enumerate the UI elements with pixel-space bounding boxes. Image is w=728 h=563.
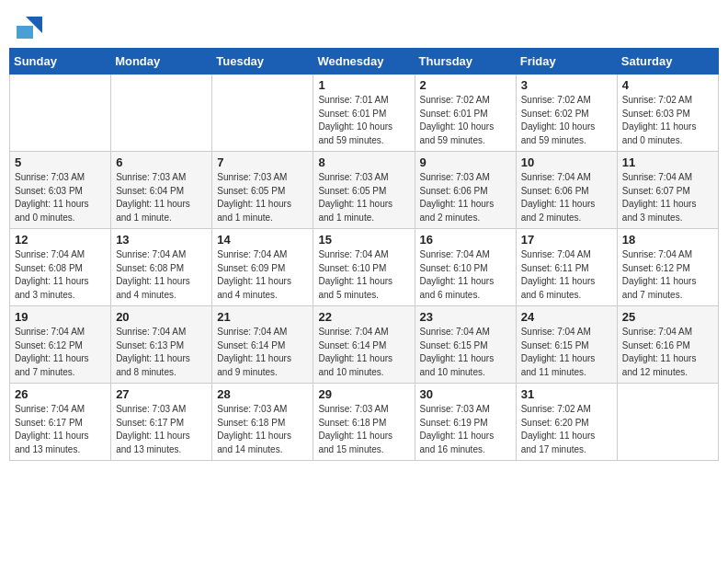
day-info: Sunrise: 7:03 AM Sunset: 6:06 PM Dayligh… <box>420 171 511 224</box>
calendar-cell: 23Sunrise: 7:04 AM Sunset: 6:15 PM Dayli… <box>415 306 516 384</box>
day-info: Sunrise: 7:04 AM Sunset: 6:12 PM Dayligh… <box>622 248 713 302</box>
calendar-cell: 16Sunrise: 7:04 AM Sunset: 6:10 PM Dayli… <box>415 229 516 306</box>
day-info: Sunrise: 7:04 AM Sunset: 6:12 PM Dayligh… <box>15 326 106 379</box>
calendar-cell: 12Sunrise: 7:04 AM Sunset: 6:08 PM Dayli… <box>10 229 111 306</box>
calendar-cell <box>212 75 313 152</box>
day-number: 23 <box>420 310 511 324</box>
calendar-week-row: 1Sunrise: 7:01 AM Sunset: 6:01 PM Daylig… <box>10 75 719 152</box>
calendar-cell: 8Sunrise: 7:03 AM Sunset: 6:05 PM Daylig… <box>313 152 415 229</box>
calendar-cell: 22Sunrise: 7:04 AM Sunset: 6:14 PM Dayli… <box>313 306 415 384</box>
day-number: 12 <box>15 233 106 247</box>
calendar-cell: 10Sunrise: 7:04 AM Sunset: 6:06 PM Dayli… <box>516 152 617 229</box>
logo-icon <box>17 13 42 39</box>
calendar-cell: 21Sunrise: 7:04 AM Sunset: 6:14 PM Dayli… <box>212 306 313 384</box>
day-info: Sunrise: 7:03 AM Sunset: 6:18 PM Dayligh… <box>217 403 308 456</box>
calendar-cell: 25Sunrise: 7:04 AM Sunset: 6:16 PM Dayli… <box>617 306 718 384</box>
day-info: Sunrise: 7:01 AM Sunset: 6:01 PM Dayligh… <box>318 94 409 147</box>
header-wednesday: Wednesday <box>313 49 415 75</box>
calendar-cell <box>111 75 212 152</box>
calendar-cell <box>10 75 111 152</box>
day-info: Sunrise: 7:02 AM Sunset: 6:01 PM Dayligh… <box>420 94 511 147</box>
day-info: Sunrise: 7:04 AM Sunset: 6:06 PM Dayligh… <box>521 171 612 224</box>
calendar-week-row: 5Sunrise: 7:03 AM Sunset: 6:03 PM Daylig… <box>10 152 719 229</box>
calendar-cell: 24Sunrise: 7:04 AM Sunset: 6:15 PM Dayli… <box>516 306 617 384</box>
day-info: Sunrise: 7:02 AM Sunset: 6:20 PM Dayligh… <box>521 403 612 456</box>
day-info: Sunrise: 7:04 AM Sunset: 6:14 PM Dayligh… <box>217 326 308 379</box>
header-friday: Friday <box>516 49 617 75</box>
calendar-cell <box>617 384 718 461</box>
calendar-cell: 27Sunrise: 7:03 AM Sunset: 6:17 PM Dayli… <box>111 384 212 461</box>
day-number: 6 <box>116 155 207 169</box>
calendar-cell: 9Sunrise: 7:03 AM Sunset: 6:06 PM Daylig… <box>415 152 516 229</box>
calendar-cell: 18Sunrise: 7:04 AM Sunset: 6:12 PM Dayli… <box>617 229 718 306</box>
day-number: 3 <box>521 78 612 92</box>
day-number: 8 <box>318 155 409 169</box>
header-thursday: Thursday <box>415 49 516 75</box>
day-info: Sunrise: 7:04 AM Sunset: 6:16 PM Dayligh… <box>622 326 713 379</box>
day-number: 24 <box>521 310 612 324</box>
day-info: Sunrise: 7:04 AM Sunset: 6:09 PM Dayligh… <box>217 248 308 302</box>
calendar-cell: 19Sunrise: 7:04 AM Sunset: 6:12 PM Dayli… <box>10 306 111 384</box>
day-info: Sunrise: 7:04 AM Sunset: 6:08 PM Dayligh… <box>15 248 106 302</box>
day-number: 19 <box>15 310 106 324</box>
day-info: Sunrise: 7:04 AM Sunset: 6:10 PM Dayligh… <box>318 248 409 302</box>
day-info: Sunrise: 7:03 AM Sunset: 6:19 PM Dayligh… <box>420 403 511 456</box>
day-number: 27 <box>116 387 207 401</box>
calendar-cell: 13Sunrise: 7:04 AM Sunset: 6:08 PM Dayli… <box>111 229 212 306</box>
day-info: Sunrise: 7:04 AM Sunset: 6:15 PM Dayligh… <box>521 326 612 379</box>
calendar-week-row: 12Sunrise: 7:04 AM Sunset: 6:08 PM Dayli… <box>10 229 719 306</box>
day-info: Sunrise: 7:03 AM Sunset: 6:04 PM Dayligh… <box>116 171 207 224</box>
day-number: 17 <box>521 233 612 247</box>
day-number: 11 <box>622 155 713 169</box>
day-number: 2 <box>420 78 511 92</box>
day-number: 29 <box>318 387 409 401</box>
day-number: 5 <box>15 155 106 169</box>
day-number: 7 <box>217 155 308 169</box>
calendar-cell: 5Sunrise: 7:03 AM Sunset: 6:03 PM Daylig… <box>10 152 111 229</box>
day-number: 9 <box>420 155 511 169</box>
calendar-header-row: SundayMondayTuesdayWednesdayThursdayFrid… <box>10 49 719 75</box>
day-number: 14 <box>217 233 308 247</box>
day-number: 16 <box>420 233 511 247</box>
day-info: Sunrise: 7:03 AM Sunset: 6:05 PM Dayligh… <box>217 171 308 224</box>
day-info: Sunrise: 7:04 AM Sunset: 6:17 PM Dayligh… <box>15 403 106 456</box>
day-number: 28 <box>217 387 308 401</box>
svg-marker-1 <box>17 26 33 39</box>
calendar-week-row: 26Sunrise: 7:04 AM Sunset: 6:17 PM Dayli… <box>10 384 719 461</box>
calendar-cell: 31Sunrise: 7:02 AM Sunset: 6:20 PM Dayli… <box>516 384 617 461</box>
day-number: 26 <box>15 387 106 401</box>
calendar-cell: 7Sunrise: 7:03 AM Sunset: 6:05 PM Daylig… <box>212 152 313 229</box>
calendar-table: SundayMondayTuesdayWednesdayThursdayFrid… <box>9 48 719 461</box>
header-saturday: Saturday <box>617 49 718 75</box>
day-number: 15 <box>318 233 409 247</box>
header-tuesday: Tuesday <box>212 49 313 75</box>
day-info: Sunrise: 7:04 AM Sunset: 6:10 PM Dayligh… <box>420 248 511 302</box>
day-info: Sunrise: 7:03 AM Sunset: 6:17 PM Dayligh… <box>116 403 207 456</box>
calendar-cell: 20Sunrise: 7:04 AM Sunset: 6:13 PM Dayli… <box>111 306 212 384</box>
day-info: Sunrise: 7:03 AM Sunset: 6:05 PM Dayligh… <box>318 171 409 224</box>
day-info: Sunrise: 7:04 AM Sunset: 6:11 PM Dayligh… <box>521 248 612 302</box>
calendar-cell: 6Sunrise: 7:03 AM Sunset: 6:04 PM Daylig… <box>111 152 212 229</box>
calendar-cell: 3Sunrise: 7:02 AM Sunset: 6:02 PM Daylig… <box>516 75 617 152</box>
calendar-cell: 26Sunrise: 7:04 AM Sunset: 6:17 PM Dayli… <box>10 384 111 461</box>
calendar-cell: 28Sunrise: 7:03 AM Sunset: 6:18 PM Dayli… <box>212 384 313 461</box>
day-number: 18 <box>622 233 713 247</box>
day-info: Sunrise: 7:04 AM Sunset: 6:15 PM Dayligh… <box>420 326 511 379</box>
calendar-cell: 30Sunrise: 7:03 AM Sunset: 6:19 PM Dayli… <box>415 384 516 461</box>
day-info: Sunrise: 7:02 AM Sunset: 6:03 PM Dayligh… <box>622 94 713 147</box>
calendar-cell: 14Sunrise: 7:04 AM Sunset: 6:09 PM Dayli… <box>212 229 313 306</box>
calendar-cell: 4Sunrise: 7:02 AM Sunset: 6:03 PM Daylig… <box>617 75 718 152</box>
calendar-cell: 29Sunrise: 7:03 AM Sunset: 6:18 PM Dayli… <box>313 384 415 461</box>
day-info: Sunrise: 7:02 AM Sunset: 6:02 PM Dayligh… <box>521 94 612 147</box>
header-sunday: Sunday <box>10 49 111 75</box>
day-number: 31 <box>521 387 612 401</box>
day-info: Sunrise: 7:04 AM Sunset: 6:08 PM Dayligh… <box>116 248 207 302</box>
calendar-cell: 15Sunrise: 7:04 AM Sunset: 6:10 PM Dayli… <box>313 229 415 306</box>
day-number: 10 <box>521 155 612 169</box>
calendar-cell: 11Sunrise: 7:04 AM Sunset: 6:07 PM Dayli… <box>617 152 718 229</box>
day-info: Sunrise: 7:03 AM Sunset: 6:03 PM Dayligh… <box>15 171 106 224</box>
day-info: Sunrise: 7:04 AM Sunset: 6:13 PM Dayligh… <box>116 326 207 379</box>
calendar-cell: 2Sunrise: 7:02 AM Sunset: 6:01 PM Daylig… <box>415 75 516 152</box>
day-info: Sunrise: 7:03 AM Sunset: 6:18 PM Dayligh… <box>318 403 409 456</box>
logo <box>15 13 42 39</box>
